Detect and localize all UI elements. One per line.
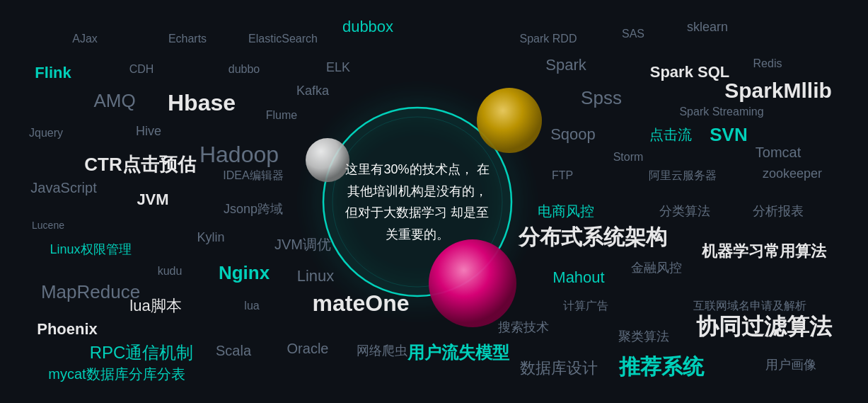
word-nginx: Nginx [219, 262, 270, 284]
word-linux-perm: Linux权限管理 [50, 241, 131, 258]
word-linux: Linux [297, 267, 335, 285]
word-webcrawler: 网络爬虫 [357, 342, 407, 359]
word-sklearn: sklearn [687, 20, 728, 35]
word-user-churn: 用户流失模型 [407, 341, 509, 364]
word-kylin: Kylin [197, 230, 224, 245]
word-mycat: mycat数据库分库分表 [48, 365, 185, 384]
word-amq: AMQ [93, 90, 135, 112]
word-hadoop: Hadoop [199, 142, 279, 168]
word-db-design: 数据库设计 [520, 358, 598, 379]
word-storm: Storm [613, 151, 644, 164]
word-jsonp: Jsonp跨域 [224, 200, 283, 217]
word-kudu: kudu [158, 265, 183, 278]
word-kafka: Kafka [296, 84, 329, 98]
word-flume: Flume [266, 109, 297, 122]
word-scala: Scala [216, 343, 251, 359]
word-flink: Flink [35, 64, 71, 82]
word-ecommerce: 电商风控 [538, 202, 594, 221]
word-tomcat: Tomcat [756, 144, 801, 161]
bubble-text: 这里有30%的技术点， 在其他培训机构是没有的， 但对于大数据学习 却是至关重要… [343, 159, 492, 245]
word-jvm: JVM [137, 191, 168, 209]
word-rpc: RPC通信机制 [90, 341, 194, 364]
word-sqoop: Sqoop [550, 125, 596, 144]
word-hive: Hive [136, 124, 161, 139]
word-dubbo: dubbo [228, 63, 260, 76]
word-user-portrait: 用户画像 [765, 356, 816, 373]
word-lucene: Lucene [32, 220, 64, 231]
word-cluster-algo: 聚类算法 [618, 328, 669, 345]
word-analysis: 分析报表 [753, 203, 804, 220]
word-collab-filter: 协同过滤算法 [696, 312, 832, 343]
word-jquery: Jquery [29, 127, 63, 140]
word-classify: 分类算法 [659, 203, 710, 220]
word-mateone: mateOne [313, 290, 410, 317]
word-distributed: 分布式系统架构 [519, 223, 667, 252]
word-ajax: AJax [72, 33, 98, 45]
word-ftp: FTP [552, 169, 573, 182]
word-spark-sql: Spark SQL [650, 63, 729, 81]
word-compute-ad: 计算广告 [563, 299, 608, 314]
svg-point-4 [429, 239, 516, 327]
svg-point-3 [477, 88, 542, 153]
word-aliyun: 阿里云服务器 [649, 169, 717, 183]
word-spss: Spss [581, 87, 622, 109]
word-finance-risk: 金融风控 [631, 259, 682, 276]
word-mapreduce: MapReduce [41, 281, 140, 303]
word-spark: Spark [545, 56, 586, 74]
word-ml-algo: 机器学习常用算法 [702, 241, 826, 262]
word-spark-streaming: Spark Streaming [679, 106, 763, 118]
word-ctr: CTR点击预估 [84, 152, 195, 177]
word-phoenix: Phoenix [37, 320, 98, 339]
word-svn: SVN [710, 124, 747, 146]
word-sas: SAS [622, 28, 644, 40]
word-clickstream: 点击流 [649, 125, 692, 144]
word-search: 搜索技术 [498, 319, 549, 336]
word-dubbox: dubbox [342, 18, 393, 36]
word-cloud: AJaxEchartsElasticSearchdubboxSpark RDDS… [0, 0, 868, 403]
word-elk: ELK [326, 60, 350, 75]
word-redis: Redis [753, 57, 782, 70]
word-sparkmllib: SparkMllib [724, 79, 832, 103]
word-lua: lua [244, 300, 259, 312]
word-jvm-tuning: JVM调优 [274, 235, 331, 254]
word-zookeeper: zookeeper [763, 166, 822, 181]
word-javascript: JavaScript [30, 180, 96, 196]
word-mahout: Mahout [552, 268, 604, 287]
word-lua-script: lua脚本 [129, 295, 181, 317]
word-hbase: Hbase [168, 90, 236, 116]
word-cdh: CDH [129, 63, 154, 76]
word-idea: IDEA编辑器 [223, 169, 283, 183]
word-spark-rdd: Spark RDD [520, 33, 577, 45]
word-recommend: 推荐系统 [619, 353, 704, 382]
word-echarts: Echarts [168, 33, 207, 45]
word-elasticsearch: ElasticSearch [248, 33, 318, 45]
word-oracle: Oracle [287, 341, 329, 357]
